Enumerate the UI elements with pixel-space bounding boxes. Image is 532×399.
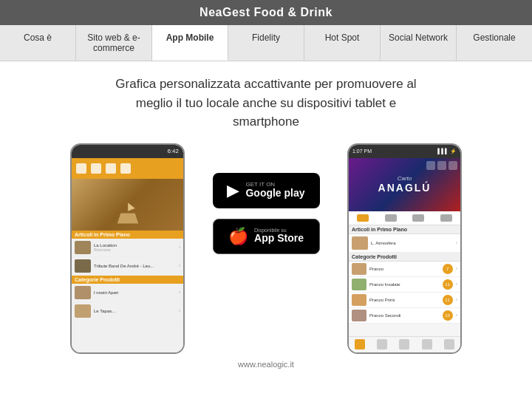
thumb-img <box>75 259 91 273</box>
svg-marker-2 <box>128 202 135 211</box>
cat-thumb <box>75 304 91 318</box>
arrow-icon: › <box>456 266 457 271</box>
headline-text: Grafica personalizzata accattivante per … <box>15 75 517 132</box>
cat-label: Pranzo <box>369 267 440 271</box>
cat-thumb <box>352 310 366 321</box>
phones-container: 6:42 Articoli i <box>15 143 517 354</box>
cat-label: Le Tapas... <box>94 309 176 313</box>
play-store-icon: ▶ <box>227 181 239 200</box>
apple-icon: 🍎 <box>228 227 248 246</box>
primo-piano-title-left: Articoli in Primo Piano <box>72 231 183 239</box>
arrow-icon: › <box>456 297 457 302</box>
bottom-icon <box>422 339 432 349</box>
arrow-icon: › <box>179 308 180 313</box>
nav-item-sito-web[interactable]: Sito web & e-commerce <box>76 25 152 61</box>
cart-icon <box>106 163 116 174</box>
home-icon <box>76 163 86 174</box>
cat-row: Pranzo Secondi 10 › <box>349 308 460 324</box>
thumb-img <box>75 241 91 254</box>
svg-marker-0 <box>117 213 139 224</box>
right-icon <box>449 161 457 170</box>
right-icon-bar <box>349 211 460 225</box>
phone-left-appbar <box>72 158 183 179</box>
nav-item-gestionale[interactable]: Gestionale <box>457 25 532 61</box>
cat-count: 7 <box>443 264 453 274</box>
cat-label: Pranzo Insalate <box>369 282 440 287</box>
bottom-icon <box>377 339 387 349</box>
item-label: La LocationRistorante <box>94 243 176 252</box>
nav-icon <box>357 214 369 222</box>
footer-website: www.nealogic.it <box>238 360 294 369</box>
cat-row: Pranzo Primi 11 › <box>349 293 460 308</box>
cat-section-title-left: Categorie Prodotti <box>72 276 183 284</box>
cat-label: I nostri Aperi <box>94 290 176 295</box>
phone-right-hero: Carto ANAGLÚ <box>349 158 460 211</box>
cat-thumb <box>352 263 366 275</box>
item-label: Tribute Band De André - Leu... <box>94 264 176 268</box>
phone-bottom-bar <box>349 336 460 352</box>
cat-row: Pranzo 7 › <box>349 262 460 277</box>
nav-icon <box>440 214 452 222</box>
arrow-icon: › <box>179 290 180 295</box>
nav-item-hot-spot[interactable]: Hot Spot <box>304 25 381 61</box>
thumb-img <box>352 236 368 250</box>
cat-label: Pranzo Secondi <box>369 313 440 318</box>
phone-left-hero <box>72 179 183 231</box>
phone-left: 6:42 Articoli i <box>70 143 185 354</box>
item-label: L. Atmosfera <box>371 241 453 245</box>
app-store-badge[interactable]: 🍎 Disponibile su App Store <box>213 219 320 254</box>
phone-left-topbar: 6:42 <box>72 145 183 158</box>
nav-item-fidelity[interactable]: Fidelity <box>228 25 304 61</box>
cat-item: I nostri Aperi › <box>72 284 183 302</box>
nav-icon <box>412 214 424 222</box>
cat-row: Pranzo Insalate 11 › <box>349 277 460 293</box>
main-nav: Cosa è Sito web & e-commerce App Mobile … <box>0 25 532 61</box>
cat-count: 11 <box>443 279 453 290</box>
list-item: L. Atmosfera › <box>349 234 460 253</box>
list-item: La LocationRistorante › <box>72 239 183 257</box>
right-icon <box>437 161 446 170</box>
arrow-icon: › <box>179 245 180 250</box>
primo-piano-title-right: Articoli in Primo Piano <box>349 225 460 234</box>
footer: www.nealogic.it <box>15 354 517 369</box>
cat-thumb <box>352 294 366 306</box>
nav-item-app-mobile[interactable]: App Mobile <box>152 25 228 61</box>
arrow-icon: › <box>456 240 457 245</box>
phone-right: 1:07 PM ▌▌▌ ⚡ Carto ANAGLÚ <box>347 143 462 354</box>
cat-count: 10 <box>443 310 453 321</box>
arrow-icon: › <box>179 263 180 268</box>
nav-item-social-network[interactable]: Social Network <box>381 25 457 61</box>
bottom-home-icon <box>355 339 365 349</box>
cat-thumb <box>352 279 366 290</box>
user-icon <box>120 163 131 174</box>
cat-label: Pranzo Primi <box>369 298 440 302</box>
cat-thumb <box>75 286 91 299</box>
menu-icon <box>91 163 101 174</box>
page-header: NeaGest Food & Drink <box>0 0 532 25</box>
arrow-icon: › <box>456 282 457 287</box>
main-content: Grafica personalizzata accattivante per … <box>0 61 532 376</box>
cat-count: 11 <box>443 295 453 305</box>
cat-prodotti-title: Categorie Prodotti <box>349 253 460 262</box>
nav-icon <box>385 214 397 222</box>
nav-item-cosa-e[interactable]: Cosa è <box>0 25 76 61</box>
arrow-icon: › <box>456 313 457 318</box>
bottom-icon <box>444 339 454 349</box>
bottom-icon <box>399 339 409 349</box>
list-item: Tribute Band De André - Leu... › <box>72 257 183 276</box>
cat-item: Le Tapas... › <box>72 302 183 321</box>
google-play-badge[interactable]: ▶ GET IT ON Google play <box>213 173 320 208</box>
page-title: NeaGest Food & Drink <box>200 6 332 18</box>
boat-svg <box>109 198 146 228</box>
right-icon <box>426 161 435 170</box>
badge-google-play-label: Google play <box>245 188 304 199</box>
store-badges: ▶ GET IT ON Google play 🍎 Disponibile su… <box>192 143 340 254</box>
phone-right-topbar: 1:07 PM ▌▌▌ ⚡ <box>349 145 460 158</box>
badge-app-store-label: App Store <box>254 233 304 244</box>
